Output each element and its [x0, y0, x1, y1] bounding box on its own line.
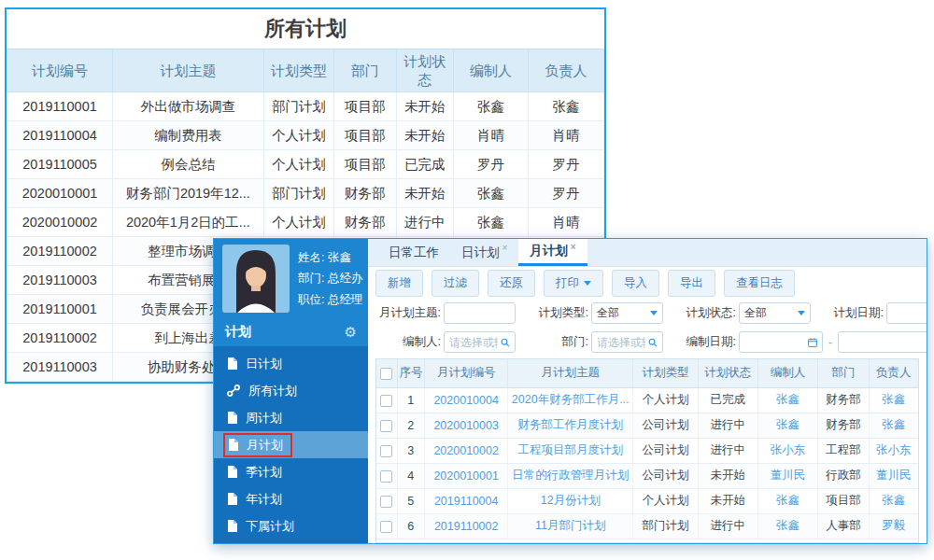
cell: 部门计划 — [263, 179, 333, 208]
row-checkbox[interactable] — [380, 496, 392, 508]
plan-subject-link[interactable]: 11月部门计划 — [508, 513, 633, 539]
add-button[interactable]: 新增 — [375, 270, 423, 297]
profile-department: 部门: 总经办 — [298, 271, 362, 287]
creator-link[interactable]: 张鑫 — [757, 387, 817, 413]
creator-link[interactable]: 董川民 — [757, 463, 817, 488]
creator-link[interactable]: 张鑫 — [757, 413, 817, 438]
plan-no-link[interactable]: 2020010004 — [425, 387, 508, 413]
tab-daily-work[interactable]: 日常工作 — [377, 239, 450, 266]
cell: 项目部 — [334, 121, 396, 150]
plan-no-link[interactable]: 2019110004 — [425, 488, 508, 513]
search-icon[interactable] — [648, 337, 658, 348]
export-button[interactable]: 导出 — [668, 270, 715, 297]
sidebar-item-sub-plan[interactable]: 下属计划 — [214, 512, 368, 539]
month-plan-table: 序号月计划编号月计划主题计划类型计划状态编制人部门负责人 12020010004… — [376, 359, 918, 539]
sidebar-item-label: 周计划 — [246, 410, 282, 427]
cell: 个人计划 — [263, 208, 333, 237]
sidebar-item-label: 所有计划 — [248, 383, 297, 399]
creator-link[interactable]: 张鑫 — [757, 488, 817, 513]
dept-cell: 财务部 — [818, 413, 869, 438]
sidebar-item-day-plan[interactable]: 日计划 — [214, 350, 368, 377]
plan-no-link[interactable]: 2020010003 — [425, 413, 508, 438]
sidebar-item-month-plan[interactable]: 月计划 — [214, 431, 368, 458]
file-icon — [227, 466, 237, 478]
plan-no-link[interactable]: 2020010001 — [425, 463, 508, 488]
cell: 罗丹 — [528, 150, 603, 179]
plan-subject-link[interactable]: 日常的行政管理月计划 — [508, 463, 633, 488]
owner-link[interactable]: 张小东 — [869, 438, 918, 463]
filter-button[interactable]: 过滤 — [432, 270, 479, 297]
creator-filter-input[interactable] — [449, 336, 498, 349]
profile-name: 姓名: 张鑫 — [298, 250, 362, 266]
reset-button[interactable]: 还原 — [488, 270, 535, 297]
profile-position: 职位: 总经理 — [298, 292, 362, 308]
calendar-icon[interactable] — [808, 337, 817, 348]
creator-link[interactable]: 张鑫 — [757, 513, 817, 539]
plan-date-filter-input-wrap — [886, 302, 927, 324]
tab-month-plan[interactable]: 月计划× — [518, 239, 587, 266]
search-icon[interactable] — [501, 337, 510, 348]
plan-no-link[interactable]: 2019110002 — [425, 513, 508, 539]
annotation-box: 月计划 — [223, 433, 292, 457]
creator-link[interactable]: 张小东 — [757, 438, 817, 463]
plan-no-link[interactable]: 2020010002 — [425, 438, 508, 463]
dept-cell: 行政部 — [818, 463, 869, 488]
import-button[interactable]: 导入 — [612, 270, 659, 297]
sidebar-item-label: 月计划 — [247, 437, 283, 454]
tab-day-plan[interactable]: 日计划× — [450, 239, 518, 266]
dept-cell: 人事部 — [818, 513, 869, 539]
gear-icon[interactable]: ⚙ — [345, 324, 357, 341]
close-icon[interactable]: × — [571, 242, 576, 252]
status-filter-select[interactable]: 全部 — [739, 302, 811, 324]
sidebar-item-inner: 年计划 — [223, 489, 286, 510]
select-all-checkbox-cell — [376, 359, 397, 387]
sidebar-item-year-plan[interactable]: 年计划 — [214, 485, 368, 512]
plan-subject-link[interactable]: 工程项目部月度计划 — [508, 438, 633, 463]
row-checkbox[interactable] — [380, 445, 392, 457]
plan-date-filter-input[interactable] — [892, 307, 927, 320]
subject-filter-input[interactable] — [449, 307, 510, 320]
dept-filter-label: 部门: — [516, 334, 588, 350]
all-plans-table-header: 计划编号计划主题计划类型部门计划状态编制人负责人 — [7, 49, 604, 92]
sidebar-item-week-plan[interactable]: 周计划 — [214, 404, 368, 431]
dept-filter-input[interactable] — [597, 336, 645, 349]
create-date-to-input[interactable] — [843, 336, 927, 349]
print-button[interactable]: 打印 — [544, 270, 603, 297]
sidebar-item-quarter-plan[interactable]: 季计划 — [214, 458, 368, 485]
sidebar-item-all-plans[interactable]: 所有计划 — [214, 377, 368, 404]
row-checkbox[interactable] — [380, 395, 392, 407]
create-date-from-wrap — [739, 331, 823, 353]
file-icon — [227, 412, 237, 424]
owner-link[interactable]: 张鑫 — [869, 488, 918, 513]
checkbox-cell — [376, 488, 397, 513]
column-header: 部门 — [818, 359, 869, 387]
owner-link[interactable]: 董川民 — [869, 463, 918, 488]
plan-subject-link[interactable]: 财务部工作月度计划 — [508, 413, 633, 438]
plan-subject-link[interactable]: 2020年财务部工作月... — [508, 387, 633, 413]
checkbox-cell — [376, 463, 397, 488]
close-icon[interactable]: × — [502, 243, 508, 253]
column-header: 部门 — [334, 49, 396, 92]
filter-row-1: 月计划主题: 计划类型: 全部 计划状态: 全部 计划日期: — [368, 299, 927, 328]
row-checkbox[interactable] — [380, 470, 392, 483]
cell: 肖晴 — [453, 121, 528, 150]
file-icon — [227, 357, 237, 370]
column-header: 计划类型 — [263, 49, 333, 92]
plan-subject-link[interactable]: 12月份计划 — [508, 488, 633, 513]
cell: 进行中 — [396, 208, 453, 237]
owner-link[interactable]: 张鑫 — [869, 387, 918, 413]
type-filter-label: 计划类型: — [516, 305, 588, 321]
type-filter-select[interactable]: 全部 — [591, 302, 663, 324]
cell: 2019110004 — [7, 121, 113, 150]
table-row: 42020010001日常的行政管理月计划公司计划未开始董川民行政部董川民 — [376, 463, 918, 488]
create-date-from-input[interactable] — [744, 336, 805, 349]
select-all-checkbox[interactable] — [380, 368, 392, 380]
view-log-button[interactable]: 查看日志 — [724, 270, 795, 297]
sidebar-item-inner: 下属计划 — [223, 516, 298, 537]
row-checkbox[interactable] — [380, 420, 392, 432]
owner-link[interactable]: 张鑫 — [869, 413, 918, 438]
row-checkbox[interactable] — [380, 521, 392, 533]
column-header: 计划主题 — [113, 49, 264, 92]
owner-link[interactable]: 罗毅 — [869, 513, 918, 539]
plan-status-cell: 已完成 — [698, 387, 757, 413]
